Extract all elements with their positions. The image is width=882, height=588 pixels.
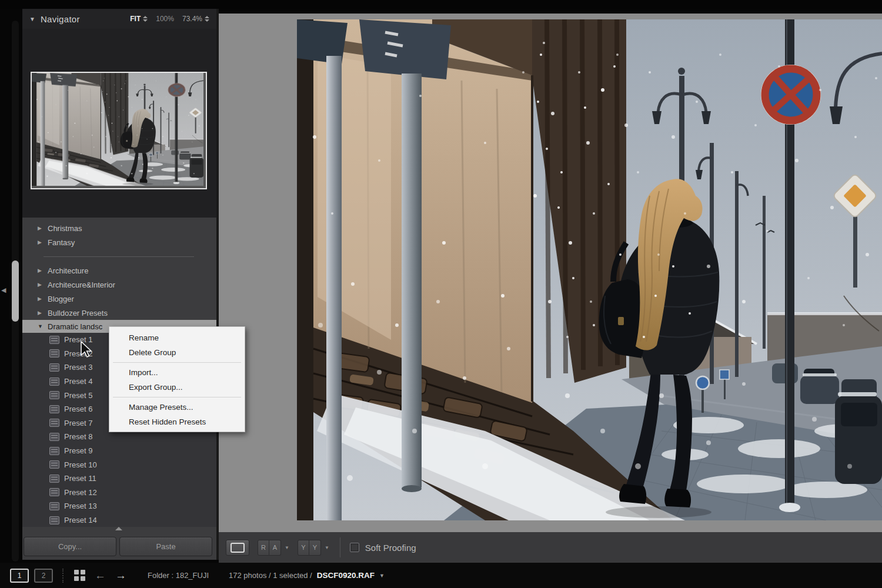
- navigator-header[interactable]: ▼ Navigator FIT 100% 73.4%: [22, 9, 216, 29]
- zoom-fit[interactable]: FIT: [130, 15, 148, 23]
- filmstrip-grip-icon: [62, 569, 65, 583]
- next-photo-icon[interactable]: →: [115, 570, 126, 581]
- navigator-thumbnail[interactable]: [31, 72, 207, 189]
- grid-view-icon[interactable]: [74, 570, 85, 581]
- preset-group-architecture[interactable]: ▶ Architecture: [22, 263, 216, 278]
- preset-thumbnail-icon: [49, 488, 59, 496]
- preset-item-10[interactable]: Preset 10: [22, 457, 216, 472]
- context-menu-separator: [113, 397, 241, 397]
- navigator-collapse-icon[interactable]: ▼: [29, 16, 35, 22]
- main-photo-canvas[interactable]: [297, 19, 882, 520]
- before-after-buttons: R A: [258, 540, 281, 556]
- context-menu-manage-presets[interactable]: Manage Presets...: [109, 400, 245, 415]
- loupe-icon: [230, 543, 245, 553]
- preset-group-blogger[interactable]: ▶ Blogger: [22, 292, 216, 306]
- left-edge-strip: ◀: [0, 9, 22, 588]
- toolbar-separator: [340, 537, 340, 557]
- left-panel-collapse-icon[interactable]: ◀: [1, 286, 6, 294]
- filmstrip-bar: 1 2 ← → Folder : 182_FUJI 172 photos / 1…: [0, 563, 882, 588]
- develop-toolbar: R A ▼ Y Y ▼ Soft Proofing: [219, 532, 882, 563]
- filmstrip-source-dropdown-icon[interactable]: ▼: [379, 573, 385, 579]
- window-top-bar: [0, 0, 882, 9]
- paste-button[interactable]: Paste: [119, 537, 212, 556]
- preset-thumbnail-icon: [49, 363, 59, 372]
- lightroom-window: ◀ ▼ Navigator FIT 100% 73.4%: [0, 0, 882, 588]
- main-content-area: [219, 9, 882, 532]
- preset-item-9[interactable]: Preset 9: [22, 444, 216, 458]
- context-menu-import[interactable]: Import...: [109, 365, 245, 380]
- split-left-button[interactable]: Y: [298, 540, 309, 556]
- split-view-dropdown-icon[interactable]: ▼: [325, 545, 329, 550]
- zoom-custom-stepper-icon[interactable]: [205, 16, 209, 22]
- previous-photo-icon[interactable]: ←: [95, 570, 106, 581]
- zoom-100[interactable]: 100%: [156, 15, 174, 23]
- preset-thumbnail-icon: [49, 475, 59, 483]
- selection-count-label: 172 photos / 1 selected /: [229, 571, 312, 580]
- preset-item-14[interactable]: Preset 14: [22, 513, 216, 527]
- before-after-dropdown-icon[interactable]: ▼: [285, 545, 289, 550]
- context-menu: Rename Delete Group Import... Export Gro…: [109, 326, 245, 432]
- preset-thumbnail-icon: [49, 405, 59, 413]
- split-view-buttons: Y Y: [298, 540, 321, 556]
- preset-thumbnail-icon: [49, 391, 59, 399]
- preset-thumbnail-icon: [49, 336, 59, 344]
- preset-list-divider: [22, 249, 216, 263]
- preset-thumbnail-icon: [49, 349, 59, 358]
- folder-label: Folder : 182_FUJI: [148, 571, 209, 580]
- preset-thumbnail-icon: [49, 502, 59, 510]
- preset-item-11[interactable]: Preset 11: [22, 472, 216, 486]
- preset-thumbnail-icon: [49, 433, 59, 441]
- soft-proofing-checkbox[interactable]: [350, 543, 359, 552]
- loupe-view-button[interactable]: [226, 540, 249, 556]
- secondary-monitor-button[interactable]: 2: [34, 569, 53, 583]
- preset-thumbnail-icon: [49, 460, 59, 469]
- preset-group-bulldozer[interactable]: ▶ Bulldozer Presets: [22, 306, 216, 320]
- zoom-custom[interactable]: 73.4%: [182, 15, 209, 23]
- preset-item-13[interactable]: Preset 13: [22, 499, 216, 513]
- after-view-button[interactable]: A: [269, 540, 281, 556]
- preset-group-fantasy[interactable]: ▶ Fantasy: [22, 235, 216, 249]
- context-menu-export-group[interactable]: Export Group...: [109, 380, 245, 395]
- preset-thumbnail-icon: [49, 447, 59, 455]
- preset-group-christmas[interactable]: ▶ Christmas: [22, 221, 216, 235]
- primary-monitor-button[interactable]: 1: [10, 569, 29, 583]
- panel-bottom-buttons: Copy... Paste: [22, 529, 216, 560]
- navigator-zoom-cluster: FIT 100% 73.4%: [130, 15, 209, 23]
- zoom-fit-stepper-icon[interactable]: [143, 16, 148, 22]
- preset-thumbnail-icon: [49, 377, 59, 386]
- preset-item-12[interactable]: Preset 12: [22, 486, 216, 500]
- context-menu-separator: [113, 362, 241, 363]
- preset-thumbnail-icon: [49, 516, 59, 524]
- panel-resize-nub-icon[interactable]: [115, 527, 122, 530]
- context-menu-delete-group[interactable]: Delete Group: [109, 345, 245, 360]
- filename-label[interactable]: DSCF0920.RAF: [317, 571, 375, 580]
- soft-proofing-label: Soft Proofing: [365, 543, 416, 553]
- copy-button[interactable]: Copy...: [24, 537, 116, 556]
- preset-group-architecure-interior[interactable]: ▶ Architecure&Interior: [22, 278, 216, 292]
- before-view-button[interactable]: R: [258, 540, 269, 556]
- navigator-preview-area: [22, 29, 216, 218]
- split-right-button[interactable]: Y: [309, 540, 321, 556]
- context-menu-reset-hidden-presets[interactable]: Reset Hidden Presets: [109, 415, 245, 429]
- left-panel: ▼ Navigator FIT 100% 73.4%: [22, 9, 219, 560]
- preset-thumbnail-icon: [49, 419, 59, 427]
- context-menu-rename[interactable]: Rename: [109, 330, 245, 345]
- navigator-title: Navigator: [41, 14, 80, 24]
- panel-scrollbar-thumb[interactable]: [12, 260, 19, 322]
